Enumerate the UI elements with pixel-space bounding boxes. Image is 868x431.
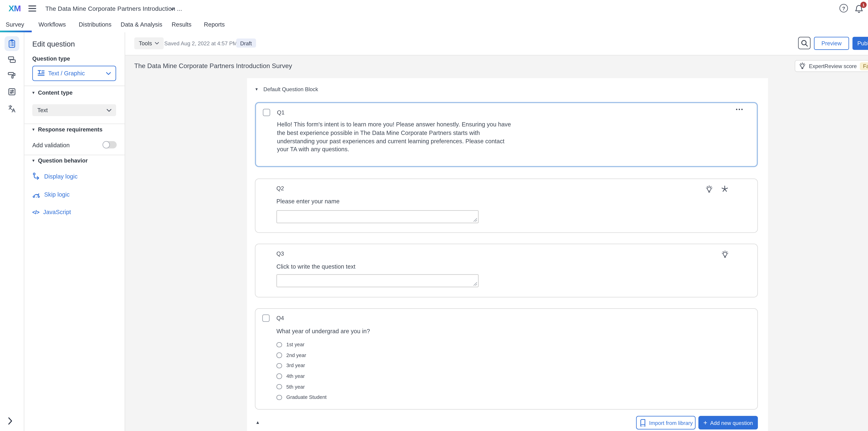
choice-label[interactable]: 3rd year (286, 363, 305, 369)
question-text[interactable]: What year of undergrad are you in? (276, 327, 517, 335)
question-card-q2[interactable]: Q2 Please enter your name (255, 179, 758, 233)
display-logic-label: Display logic (44, 173, 78, 180)
choice-label[interactable]: Graduate Student (286, 395, 327, 400)
preview-button[interactable]: Preview (814, 37, 849, 50)
lightbulb-icon[interactable] (705, 185, 713, 193)
expand-rail-chevron-icon[interactable] (8, 417, 12, 425)
resize-handle-icon[interactable] (473, 218, 477, 222)
chevron-down-icon[interactable] (170, 7, 175, 11)
question-text[interactable]: Please enter your name (276, 197, 517, 206)
tab-workflows[interactable]: Workflows (38, 17, 66, 32)
display-logic-link[interactable]: Display logic (32, 172, 78, 180)
chevron-down-icon (106, 109, 112, 112)
content-type-label: Content type (38, 90, 72, 96)
survey-builder-icon[interactable] (7, 39, 16, 48)
chevron-down-icon (106, 72, 111, 75)
hamburger-menu-icon[interactable] (28, 5, 36, 12)
content-type-select[interactable]: Text (32, 104, 116, 116)
book-icon (639, 419, 646, 427)
question-checkbox[interactable] (262, 314, 270, 322)
publish-button[interactable]: Publish (852, 37, 868, 50)
question-card-q1[interactable]: Q1 ••• Hello! This form's intent is to l… (255, 102, 758, 167)
last-saved-status: Saved Aug 2, 2022 at 4:57 PM (164, 32, 237, 55)
content-type-section-header[interactable]: ▾ Content type (32, 90, 72, 96)
question-card-q4[interactable]: Q4 What year of undergrad are you in? 1s… (255, 308, 758, 410)
skip-logic-icon (32, 190, 40, 198)
radio-button[interactable] (276, 352, 282, 358)
radio-button[interactable] (276, 342, 282, 347)
content-type-value: Text (37, 104, 48, 116)
tab-distributions[interactable]: Distributions (79, 17, 112, 32)
add-validation-toggle[interactable] (102, 141, 117, 148)
collapse-triangle-icon: ▾ (32, 127, 35, 132)
response-requirements-section-header[interactable]: ▾ Response requirements (32, 126, 102, 133)
tab-results[interactable]: Results (172, 17, 191, 32)
ellipsis-menu-icon[interactable]: ••• (736, 106, 744, 112)
tools-label: Tools (139, 40, 152, 47)
question-text[interactable]: Click to write the question text (276, 263, 517, 271)
question-canvas: ▾ Default Question Block Q1 ••• Hello! T… (247, 78, 768, 431)
block-header: ▾ Default Question Block (255, 86, 318, 92)
help-button[interactable]: ? (839, 4, 848, 12)
question-checkbox[interactable] (263, 109, 270, 116)
survey-toolbar: Tools Saved Aug 2, 2022 at 4:57 PM Draft… (125, 32, 868, 56)
add-validation-label: Add validation (32, 142, 70, 149)
tab-survey[interactable]: Survey (6, 17, 24, 32)
choice-label[interactable]: 5th year (286, 384, 305, 390)
divider (24, 155, 125, 155)
project-nav: Survey Workflows Distributions Data & An… (0, 17, 868, 33)
radio-button[interactable] (276, 373, 282, 379)
choice-label[interactable]: 1st year (286, 342, 304, 347)
choice-row: 2nd year (276, 350, 327, 361)
survey-name-title[interactable]: The Data Mine Corporate Partners Introdu… (45, 0, 182, 17)
content-area: The Data Mine Corporate Partners Introdu… (125, 56, 868, 431)
import-from-library-button[interactable]: Import from library (636, 416, 695, 429)
question-behavior-label: Question behavior (38, 157, 88, 164)
tab-data-analysis[interactable]: Data & Analysis (121, 17, 162, 32)
choice-label[interactable]: 2nd year (286, 352, 306, 358)
text-entry-box[interactable] (276, 274, 478, 287)
question-behavior-section-header[interactable]: ▾ Question behavior (32, 157, 88, 164)
skip-logic-label: Skip logic (44, 191, 70, 198)
choice-row: 4th year (276, 371, 327, 381)
radio-button[interactable] (276, 384, 282, 390)
notification-badge: 1 (860, 2, 867, 8)
translations-icon[interactable] (7, 104, 16, 113)
main-area: Tools Saved Aug 2, 2022 at 4:57 PM Draft… (125, 32, 868, 431)
asterisk-icon[interactable] (721, 185, 728, 192)
tab-reports[interactable]: Reports (204, 17, 225, 32)
skip-logic-link[interactable]: Skip logic (32, 190, 70, 198)
survey-options-icon[interactable] (7, 87, 16, 96)
choice-label[interactable]: 4th year (286, 373, 305, 379)
tools-button[interactable]: Tools (134, 37, 164, 49)
radio-button[interactable] (276, 363, 282, 368)
collapse-triangle-icon: ▾ (32, 158, 35, 163)
collapse-block-icon[interactable]: ▾ (255, 87, 258, 92)
look-and-feel-icon[interactable] (7, 71, 16, 80)
search-button[interactable] (798, 37, 810, 49)
plus-icon: + (703, 419, 707, 427)
survey-flow-icon[interactable] (7, 55, 16, 64)
text-entry-box[interactable] (276, 210, 478, 223)
expert-review-label: ExpertReview score (809, 63, 857, 69)
choice-row: 5th year (276, 381, 327, 392)
block-title: Default Question Block (264, 86, 318, 92)
collapse-up-arrow-icon[interactable]: ▲ (255, 420, 260, 425)
lightbulb-icon[interactable] (721, 250, 729, 258)
response-requirements-label: Response requirements (38, 126, 102, 133)
choice-list: 1st year 2nd year 3rd year 4th year (276, 339, 327, 402)
top-bar: XM The Data Mine Corporate Partners Intr… (0, 0, 868, 18)
collapse-triangle-icon: ▾ (32, 90, 35, 95)
lightbulb-icon (799, 62, 806, 70)
expert-review-pill[interactable]: ExpertReview score Fair (795, 60, 868, 72)
question-card-q3[interactable]: Q3 Click to write the question text (255, 244, 758, 298)
radio-button[interactable] (276, 395, 282, 400)
choice-row: 1st year (276, 339, 327, 350)
resize-handle-icon[interactable] (473, 282, 477, 286)
notifications-bell-icon[interactable]: 1 (855, 4, 863, 13)
add-new-question-button[interactable]: + Add new question (699, 416, 758, 429)
javascript-link[interactable]: </> JavaScript (32, 209, 71, 215)
divider (24, 86, 125, 86)
question-text[interactable]: Hello! This form's intent is to learn mo… (277, 120, 517, 154)
question-type-dropdown[interactable]: Text / Graphic (32, 66, 116, 81)
